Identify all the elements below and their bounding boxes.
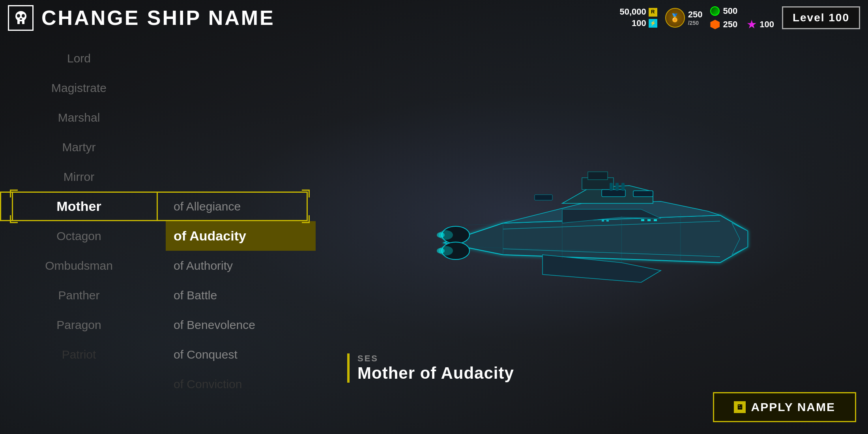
name-panel: Lord Magistrate Marshal Martyr Mirror Mo… — [0, 36, 316, 434]
first-name-magistrate[interactable]: Magistrate — [0, 73, 158, 103]
second-name-battle[interactable]: of Battle — [166, 280, 316, 310]
svg-marker-6 — [444, 215, 748, 263]
second-name-benevolence[interactable]: of Benevolence — [166, 310, 316, 340]
first-name-octagon[interactable]: Octagon — [0, 221, 158, 251]
svg-rect-10 — [588, 172, 608, 180]
first-name-marshal[interactable]: Marshal — [0, 103, 158, 132]
green-currency-icon — [710, 6, 720, 16]
first-names-column: Lord Magistrate Marshal Martyr Mirror Mo… — [0, 43, 158, 434]
svg-rect-12 — [633, 191, 653, 197]
svg-rect-34 — [654, 219, 657, 221]
first-name-paragon[interactable]: Paragon — [0, 310, 158, 340]
currency-group: 500 250 100 — [710, 6, 774, 30]
medal-icon: 🏅 — [665, 8, 685, 28]
ship-name-text: SES Mother of Audacity — [357, 353, 514, 383]
apply-button-label: APPLY NAME — [751, 400, 835, 414]
svg-rect-2 — [22, 20, 24, 24]
svg-point-23 — [437, 232, 445, 238]
skull-icon — [8, 5, 34, 31]
ship-svg — [424, 152, 760, 318]
svg-point-4 — [22, 14, 25, 18]
page-title: CHANGE SHIP NAME — [41, 6, 275, 30]
bolt-icon: ⚡ — [649, 19, 657, 28]
ship-display — [316, 107, 868, 363]
medals-group: 🏅 250 /250 — [665, 8, 703, 28]
second-name-conquest[interactable]: of Conquest — [166, 340, 316, 369]
ship-name-accent-bar — [347, 353, 350, 383]
second-names-column: of Allegiance of Audacity of Authority o… — [158, 43, 316, 434]
svg-rect-16 — [621, 183, 625, 191]
second-name-conviction[interactable]: of Conviction — [166, 369, 316, 399]
svg-rect-36 — [606, 220, 609, 222]
first-name-lord[interactable]: Lord — [0, 43, 158, 73]
svg-point-3 — [17, 14, 20, 18]
currency-row-2: 250 100 — [710, 19, 774, 30]
svg-rect-32 — [641, 219, 644, 221]
currency1-value: 500 — [723, 6, 737, 16]
ship-ses-label: SES — [357, 353, 514, 364]
apply-icon: 🖥 — [734, 401, 746, 413]
first-name-martyr[interactable]: Martyr — [0, 132, 158, 162]
svg-rect-15 — [615, 183, 619, 191]
name-columns: Lord Magistrate Marshal Martyr Mirror Mo… — [0, 43, 316, 434]
pink-currency-icon — [747, 20, 756, 29]
ship-full-name: Mother of Audacity — [357, 364, 514, 383]
level-badge: Level 100 — [782, 6, 860, 29]
svg-rect-1 — [17, 20, 20, 24]
currency-row-1: 500 — [710, 6, 774, 16]
first-name-panther[interactable]: Panther — [0, 280, 158, 310]
currency3-value: 100 — [760, 19, 774, 30]
apply-name-button[interactable]: 🖥 APPLY NAME — [713, 392, 856, 422]
first-name-patriot[interactable]: Patriot — [0, 340, 158, 369]
req-value: 100 — [632, 18, 646, 29]
credits-value: 50,000 — [619, 6, 646, 18]
req-icon: R — [649, 8, 657, 17]
svg-rect-33 — [647, 219, 651, 221]
second-name-audacity[interactable]: of Audacity — [166, 221, 316, 251]
resources-bar: 50,000 R 100 ⚡ 🏅 250 /250 500 250 100 Le… — [619, 6, 860, 30]
currency2-value: 250 — [723, 19, 737, 30]
medal-count: 250 /250 — [688, 9, 703, 26]
first-name-mirror[interactable]: Mirror — [0, 162, 158, 192]
svg-rect-14 — [610, 183, 613, 191]
svg-point-24 — [437, 248, 445, 254]
second-name-authority[interactable]: of Authority — [166, 251, 316, 280]
credits-group: 50,000 R 100 ⚡ — [619, 6, 657, 29]
first-name-ombudsman[interactable]: Ombudsman — [0, 251, 158, 280]
ship-name-display: SES Mother of Audacity — [347, 353, 514, 383]
medals-max: /250 — [688, 20, 703, 26]
ship-panel: SES Mother of Audacity 🖥 APPLY NAME — [316, 36, 868, 434]
main-content: Lord Magistrate Marshal Martyr Mirror Mo… — [0, 36, 868, 434]
first-name-mother[interactable]: Mother — [0, 192, 158, 221]
orange-currency-icon — [710, 20, 720, 29]
second-name-allegiance[interactable]: of Allegiance — [166, 192, 316, 221]
svg-rect-13 — [535, 195, 552, 200]
svg-rect-35 — [602, 220, 604, 222]
svg-point-5 — [20, 18, 22, 20]
medals-value: 250 — [688, 9, 703, 20]
